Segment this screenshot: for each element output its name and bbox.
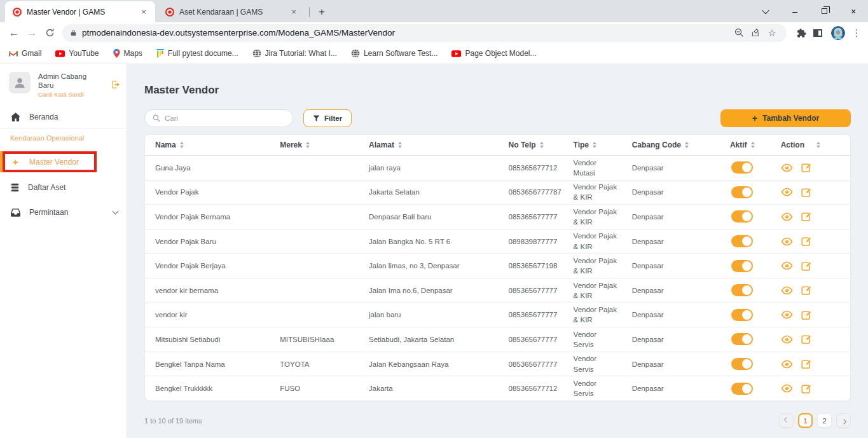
share-icon[interactable] — [747, 25, 764, 41]
edit-pencil-icon[interactable] — [801, 187, 812, 198]
back-icon[interactable]: ← — [5, 24, 23, 42]
tab-close-icon[interactable]: × — [289, 7, 299, 17]
edit-pencil-icon[interactable] — [801, 162, 812, 173]
page-button-2[interactable]: 2 — [817, 413, 832, 428]
cell-no-telp: 085365677777 — [499, 359, 563, 369]
table-row: Vendor Pajak BaruJalan Bangka No. 5 RT 6… — [145, 229, 850, 254]
view-eye-icon[interactable] — [781, 286, 793, 295]
cell-alamat: jalan raya — [359, 163, 499, 173]
aktif-toggle[interactable] — [731, 333, 753, 345]
tab-master-vendor[interactable]: Master Vendor | GAMS × — [5, 1, 155, 22]
cell-cabang-code: Denpasar — [622, 236, 714, 247]
search-box[interactable] — [144, 109, 293, 127]
column-header-aktif[interactable]: Aktif — [714, 140, 771, 149]
view-eye-icon[interactable] — [781, 360, 793, 369]
view-eye-icon[interactable] — [781, 384, 793, 393]
bookmark-star-icon[interactable]: ☆ — [764, 25, 780, 41]
sidebar-item-label: Daftar Aset — [28, 183, 65, 192]
view-eye-icon[interactable] — [781, 261, 793, 270]
profile-avatar[interactable] — [831, 26, 845, 40]
search-input[interactable] — [165, 114, 279, 122]
change-password-link[interactable]: Ganti Kata Sandi — [38, 91, 111, 98]
table-row: Guna Jayajalan raya085365677712Vendor Mu… — [145, 156, 850, 181]
chevron-down-icon — [113, 209, 119, 215]
bookmark-label: Gmail — [22, 49, 41, 58]
column-header-tipe[interactable]: Tipe — [563, 140, 622, 149]
sidebar-item-daftar-aset[interactable]: Daftar Aset — [0, 179, 127, 196]
next-page-button[interactable] — [836, 413, 851, 428]
view-eye-icon[interactable] — [781, 335, 793, 344]
minimize-icon[interactable]: – — [780, 0, 809, 22]
reload-icon[interactable] — [41, 24, 59, 42]
tab-search-icon[interactable] — [751, 0, 780, 22]
zoom-out-icon[interactable] — [731, 25, 747, 41]
aktif-toggle[interactable] — [731, 383, 753, 395]
bookmark-item[interactable]: YouTube — [55, 49, 99, 58]
bookmark-item[interactable]: Jira Tutorial: What I... — [252, 49, 337, 58]
sidebar-item-permintaan[interactable]: Permintaan — [0, 204, 127, 221]
chrome-menu-icon[interactable]: ⋮ — [850, 27, 863, 39]
edit-pencil-icon[interactable] — [801, 334, 812, 345]
edit-pencil-icon[interactable] — [801, 359, 812, 369]
table-header-row: Nama Merek Alamat No Telp Tipe Cabang Co… — [145, 135, 850, 156]
prev-page-button[interactable] — [779, 413, 794, 428]
bookmark-item[interactable]: Page Object Model... — [451, 49, 536, 58]
column-header-alamat[interactable]: Alamat — [359, 140, 499, 149]
bookmark-label: Jira Tutorial: What I... — [265, 49, 337, 58]
bookmark-label: YouTube — [69, 49, 99, 58]
edit-pencil-icon[interactable] — [801, 383, 812, 394]
sidebar-item-beranda[interactable]: Beranda — [0, 109, 127, 125]
extensions-puzzle-icon[interactable] — [793, 25, 809, 41]
cell-nama: Vendor Pajak Baru — [145, 236, 270, 247]
edit-pencil-icon[interactable] — [801, 310, 812, 320]
aktif-toggle[interactable] — [731, 309, 753, 321]
sort-icon — [398, 142, 402, 148]
address-bar[interactable]: ptmodenaindonesia-dev.outsystemsenterpri… — [62, 24, 787, 42]
add-vendor-button[interactable]: + Tambah Vendor — [720, 109, 851, 127]
restore-icon[interactable] — [809, 0, 839, 22]
column-header-merek[interactable]: Merek — [270, 140, 359, 149]
aktif-toggle[interactable] — [731, 260, 753, 272]
sidebar-item-label: Permintaan — [29, 208, 68, 217]
column-header-nama[interactable]: Nama — [145, 140, 270, 149]
new-tab-button[interactable]: + — [313, 6, 330, 18]
close-icon[interactable]: × — [839, 0, 868, 22]
sidebar-item-master-vendor[interactable]: + Master Vendor — [0, 151, 127, 172]
filter-button[interactable]: Filter — [303, 109, 352, 127]
view-eye-icon[interactable] — [781, 310, 793, 319]
edit-pencil-icon[interactable] — [801, 236, 812, 247]
table-row: Bengkel TrukkkkkFUSOJakarta085365677712V… — [145, 376, 850, 400]
aktif-toggle[interactable] — [731, 358, 753, 370]
edit-pencil-icon[interactable] — [801, 285, 812, 296]
bookmark-item[interactable]: Maps — [113, 49, 142, 58]
edit-pencil-icon[interactable] — [801, 211, 812, 222]
aktif-toggle[interactable] — [731, 186, 753, 198]
edit-pencil-icon[interactable] — [801, 261, 812, 271]
column-header-action[interactable]: Action — [771, 140, 850, 149]
side-panel-icon[interactable] — [809, 25, 826, 41]
column-header-no-telp[interactable]: No Telp — [499, 140, 563, 149]
bookmark-item[interactable]: Learn Software Test... — [351, 49, 438, 58]
pytest-icon — [156, 49, 164, 58]
aktif-toggle[interactable] — [731, 210, 753, 222]
tab-aset-kendaraan[interactable]: Aset Kendaraan | GAMS × — [158, 1, 305, 22]
aktif-toggle[interactable] — [731, 284, 753, 296]
youtube-icon — [55, 50, 65, 57]
tab-close-icon[interactable]: × — [139, 7, 149, 17]
column-header-cabang-code[interactable]: Cabang Code — [622, 140, 714, 149]
view-eye-icon[interactable] — [781, 163, 793, 172]
aktif-toggle[interactable] — [731, 235, 753, 247]
view-eye-icon[interactable] — [781, 237, 793, 246]
view-eye-icon[interactable] — [781, 212, 793, 221]
page-button-1[interactable]: 1 — [798, 413, 813, 428]
forward-icon[interactable]: → — [23, 24, 41, 42]
logout-icon[interactable] — [111, 79, 120, 98]
gams-favicon — [13, 8, 22, 17]
cell-action — [771, 261, 850, 271]
aktif-toggle[interactable] — [731, 161, 753, 174]
view-eye-icon[interactable] — [781, 188, 793, 196]
bookmark-item[interactable]: Full pytest docume... — [156, 49, 238, 58]
cell-tipe: Vendor Servis — [563, 353, 622, 374]
cell-action — [771, 310, 850, 320]
bookmark-item[interactable]: Gmail — [9, 49, 41, 58]
